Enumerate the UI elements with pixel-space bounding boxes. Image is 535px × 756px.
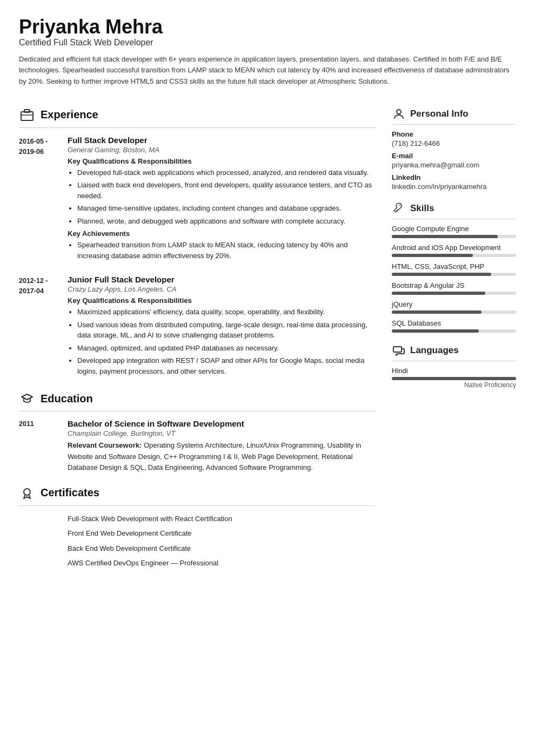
phone-value: (718) 212-6466 (392, 139, 516, 147)
skill-bar-bg (392, 235, 516, 238)
edu-coursework-1: Relevant Coursework: Operating Systems A… (68, 440, 376, 473)
exp-ach-list-1: Spearheaded transition from LAMP stack t… (68, 240, 376, 261)
svg-point-5 (399, 205, 400, 206)
email-label: E-mail (392, 152, 516, 160)
exp-job-title-2: Junior Full Stack Developer (68, 275, 376, 284)
exp-qual-item: Planned, wrote, and debugged web applica… (77, 216, 376, 227)
candidate-title: Certified Full Stack Web Developer (19, 38, 516, 48)
exp-qual-item: Managed time-sensitive updates, includin… (77, 203, 376, 214)
skill-bar-fill (392, 235, 498, 238)
skill-name: jQuery (392, 300, 516, 308)
personal-info-header: Personal Info (392, 107, 516, 121)
exp-details-1: Full Stack Developer General Gaming, Bos… (68, 136, 376, 264)
lang-bar-bg (392, 377, 516, 380)
skill-item: SQL Databases (392, 319, 516, 333)
experience-icon (19, 107, 35, 123)
experience-section-header: Experience (19, 107, 376, 123)
exp-qual-item: Managed, optimized, and updated PHP data… (77, 343, 376, 354)
cert-item: Full-Stack Web Development with React Ce… (68, 514, 376, 524)
left-column: Experience 2016-05 - 2019-06 Full Stack … (19, 107, 376, 580)
cert-item: Front End Web Development Certificate (68, 528, 376, 539)
edu-coursework-label: Relevant Coursework: (68, 441, 142, 449)
exp-item-2: 2012-12 - 2017-04 Junior Full Stack Deve… (19, 275, 376, 379)
personal-info-divider (392, 124, 516, 125)
skills-icon (392, 201, 406, 215)
education-icon (19, 390, 35, 407)
certificates-title: Certificates (41, 487, 99, 499)
svg-rect-1 (24, 110, 30, 112)
skill-item: HTML, CSS, JavaScript, PHP (392, 262, 516, 276)
skill-bar-fill (392, 292, 485, 295)
skill-bar-fill (392, 273, 491, 276)
resume-container: Priyanka Mehra Certified Full Stack Web … (0, 0, 535, 597)
personal-info-title: Personal Info (410, 109, 469, 119)
svg-point-4 (397, 110, 401, 114)
main-content: Experience 2016-05 - 2019-06 Full Stack … (19, 107, 516, 580)
lang-proficiency: Native Proficiency (392, 381, 516, 389)
certificates-section-header: Certificates (19, 485, 376, 501)
candidate-name: Priyanka Mehra (19, 16, 516, 38)
exp-qual-item: Maximized applications' efficiency, data… (77, 307, 376, 318)
lang-bar-fill (392, 377, 516, 380)
certificates-icon (19, 485, 35, 501)
svg-rect-6 (393, 347, 402, 352)
exp-company-2: Crazy Lazy Apps, Los Angeles, CA (68, 285, 376, 293)
skill-bar-bg (392, 254, 516, 257)
skill-bar-fill (392, 329, 479, 333)
skills-title: Skills (410, 203, 434, 214)
exp-date-2: 2012-12 - 2017-04 (19, 275, 68, 379)
exp-qual-item: Developed full-stack web applications wh… (77, 167, 376, 178)
svg-rect-0 (21, 112, 33, 120)
skills-divider (392, 219, 516, 219)
cert-item: AWS Certified DevOps Engineer — Professi… (68, 558, 376, 569)
personal-info-section: Personal Info Phone (718) 212-6466 E-mai… (392, 107, 516, 191)
exp-item-1: 2016-05 - 2019-06 Full Stack Developer G… (19, 136, 376, 264)
experience-section: Experience 2016-05 - 2019-06 Full Stack … (19, 107, 376, 379)
skills-header: Skills (392, 201, 516, 215)
education-title: Education (41, 393, 93, 405)
skill-bar-bg (392, 273, 516, 276)
skill-bar-fill (392, 254, 473, 257)
education-divider (19, 411, 376, 411)
lang-name: Hindi (392, 367, 516, 375)
phone-label: Phone (392, 130, 516, 138)
certificates-section: Certificates Full-Stack Web Development … (19, 485, 376, 569)
edu-degree-1: Bachelor of Science in Software Developm… (68, 419, 376, 428)
skill-item: Android and iOS App Development (392, 244, 516, 257)
edu-date-1: 2011 (19, 419, 68, 473)
exp-qual-list-1: Developed full-stack web applications wh… (68, 167, 376, 227)
experience-title: Experience (41, 109, 98, 121)
cert-item: Back End Web Development Certificate (68, 543, 376, 554)
skill-item: Bootstrap & Angular JS (392, 281, 516, 295)
svg-point-3 (24, 489, 30, 495)
exp-qual-heading-1: Key Qualifications & Responsibilities (68, 157, 376, 165)
skill-name: Android and iOS App Development (392, 244, 516, 252)
edu-school-1: Champlain College, Burlington, VT (68, 429, 376, 437)
edu-details-1: Bachelor of Science in Software Developm… (68, 419, 376, 473)
skills-list: Google Compute Engine Android and iOS Ap… (392, 225, 516, 333)
languages-section: Languages Hindi Native Proficiency (392, 343, 516, 389)
right-column: Personal Info Phone (718) 212-6466 E-mai… (392, 107, 516, 580)
languages-list: Hindi Native Proficiency (392, 367, 516, 389)
linkedin-label: LinkedIn (392, 173, 516, 181)
skills-section: Skills Google Compute Engine Android and… (392, 201, 516, 333)
exp-qual-item: Liaised with back end developers, front … (77, 180, 376, 201)
personal-info-icon (392, 107, 406, 121)
exp-company-1: General Gaming, Boston, MA (68, 146, 376, 154)
experience-divider (19, 127, 376, 128)
skill-name: Bootstrap & Angular JS (392, 281, 516, 289)
skill-bar-bg (392, 329, 516, 333)
education-section: Education 2011 Bachelor of Science in So… (19, 390, 376, 473)
exp-qual-item: Used various ideas from distributed comp… (77, 320, 376, 341)
edu-item-1: 2011 Bachelor of Science in Software Dev… (19, 419, 376, 473)
certificates-divider (19, 505, 376, 506)
skill-bar-fill (392, 310, 482, 314)
exp-job-title-1: Full Stack Developer (68, 136, 376, 145)
skill-item: Google Compute Engine (392, 225, 516, 238)
exp-qual-heading-2: Key Qualifications & Responsibilities (68, 296, 376, 305)
languages-icon (392, 343, 406, 357)
languages-header: Languages (392, 343, 516, 357)
lang-item: Hindi Native Proficiency (392, 367, 516, 389)
skill-name: Google Compute Engine (392, 225, 516, 233)
languages-title: Languages (410, 345, 459, 356)
